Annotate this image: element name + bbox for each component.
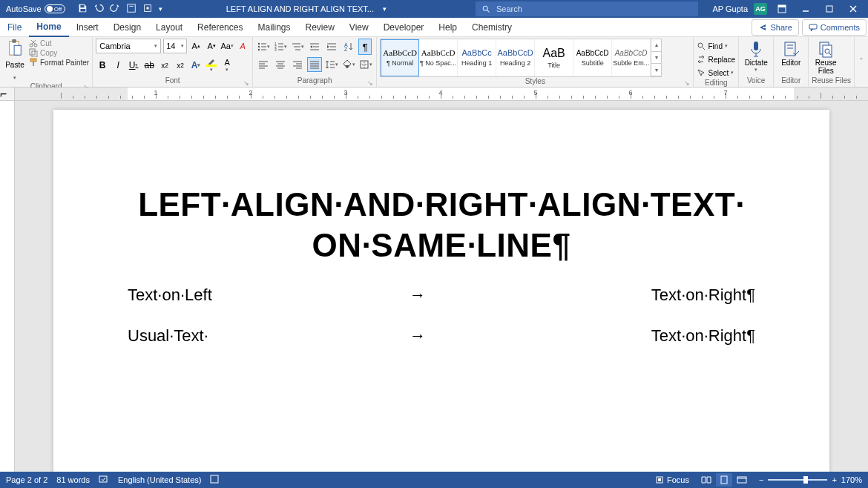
user-avatar[interactable]: AG [754,3,767,15]
show-hide-pilcrow-button[interactable]: ¶ [358,39,372,55]
align-right-button[interactable] [290,57,305,72]
paste-button[interactable]: Paste ▾ [3,39,27,82]
styles-gallery-more[interactable]: ▴▾▾ [651,39,661,76]
find-button[interactable]: Find▾ [697,40,727,52]
highlight-button[interactable]: ▾ [205,58,218,73]
cut-button[interactable]: Cut [29,39,89,47]
font-name-combo[interactable]: Cambria▾ [96,39,161,53]
multilevel-list-button[interactable]: ▾ [290,39,305,54]
document-scroll[interactable]: LEFT·ALIGN·AND·RIGHT·ALIGN·TEXT· ON·SAME… [15,101,868,478]
collapse-ribbon-button[interactable]: ˆ [855,37,868,87]
tab-file[interactable]: File [0,18,29,37]
format-painter-button[interactable]: Format Painter [29,58,89,67]
italic-button[interactable]: I [111,58,125,73]
styles-gallery[interactable]: AaBbCcD¶ NormalAaBbCcD¶ No Spac...AaBbCc… [380,39,662,77]
grow-font-button[interactable]: A▴ [189,39,203,53]
page[interactable]: LEFT·ALIGN·AND·RIGHT·ALIGN·TEXT· ON·SAME… [53,110,829,478]
read-mode-button[interactable] [698,473,714,487]
bold-button[interactable]: B [96,58,109,73]
paragraph-dialog-launcher[interactable]: ↘ [367,79,373,87]
redo-icon[interactable] [110,3,120,15]
style-item-subtle-em---[interactable]: AaBbCcDSubtle Em... [612,39,651,76]
horizontal-ruler[interactable]: ⌐ 1234567 [0,88,868,101]
style-item---normal[interactable]: AaBbCcD¶ Normal [381,39,419,76]
superscript-button[interactable]: x2 [174,58,187,73]
autosave-toggle[interactable]: AutoSave Off [6,4,65,13]
styles-dialog-launcher[interactable]: ↘ [684,79,690,87]
focus-mode-button[interactable]: Focus [655,475,689,484]
change-case-button[interactable]: Aa▾ [220,39,234,53]
line-spacing-button[interactable]: ▾ [324,57,339,72]
copy-button[interactable]: Copy [29,48,89,57]
qat-customize-icon[interactable]: ▾ [159,5,162,13]
vertical-ruler[interactable] [0,101,15,478]
align-center-button[interactable] [273,57,288,72]
minimize-icon[interactable] [797,0,815,18]
tab-mailings[interactable]: Mailings [250,18,297,37]
style-item-heading-1[interactable]: AaBbCcHeading 1 [458,39,496,76]
zoom-in-button[interactable]: + [832,475,836,484]
reuse-files-button[interactable]: Reuse Files [812,39,840,75]
word-count[interactable]: 81 words [56,475,90,484]
borders-button[interactable]: ▾ [358,57,373,72]
text-effects-button[interactable]: A▾ [189,58,203,73]
title-dropdown-icon[interactable]: ▾ [383,5,387,13]
tab-chemistry[interactable]: Chemistry [464,18,519,37]
clear-formatting-button[interactable]: A [236,39,249,53]
style-item-heading-2[interactable]: AaBbCcDHeading 2 [496,39,535,76]
underline-button[interactable]: U▾ [127,58,140,73]
dictate-button[interactable]: Dictate ▾ [742,39,770,73]
tab-help[interactable]: Help [431,18,464,37]
numbering-button[interactable]: 123▾ [273,39,288,54]
qat-icon-2[interactable] [142,3,153,15]
zoom-out-button[interactable]: − [759,475,763,484]
search-input[interactable] [496,4,692,13]
increase-indent-button[interactable] [324,39,339,54]
page-indicator[interactable]: Page 2 of 2 [6,475,47,484]
zoom-slider[interactable] [768,479,827,481]
ribbon-display-icon[interactable] [773,0,791,18]
comments-button[interactable]: Comments [802,19,867,36]
shading-button[interactable]: ▾ [341,57,356,72]
subscript-button[interactable]: x2 [158,58,171,73]
user-name[interactable]: AP Gupta [713,4,749,13]
web-layout-button[interactable] [734,473,750,487]
language-indicator[interactable]: English (United States) [118,475,202,484]
tab-layout[interactable]: Layout [148,18,190,37]
justify-button[interactable] [307,57,322,72]
tab-references[interactable]: References [190,18,250,37]
select-button[interactable]: Select▾ [697,67,734,79]
bullets-button[interactable]: ▾ [256,39,271,54]
editor-button[interactable]: Editor [777,39,805,67]
maximize-icon[interactable] [821,0,838,18]
style-item-title[interactable]: AaBTitle [535,39,573,76]
tab-selector[interactable]: ⌐ [0,88,14,101]
style-item-subtitle[interactable]: AaBbCcDSubtitle [573,39,612,76]
tab-review[interactable]: Review [297,18,341,37]
font-color-button[interactable]: A▾ [220,58,234,73]
spellcheck-icon[interactable] [99,475,109,485]
replace-button[interactable]: Replace [697,53,735,65]
search-box[interactable] [476,1,698,16]
qat-icon[interactable] [126,3,137,15]
print-layout-button[interactable] [716,473,732,487]
close-icon[interactable] [844,0,862,18]
tab-home[interactable]: Home [29,18,68,37]
accessibility-icon[interactable] [210,475,219,485]
tab-design[interactable]: Design [106,18,148,37]
sort-button[interactable]: AZ [341,39,356,54]
align-left-button[interactable] [256,57,271,72]
tab-insert[interactable]: Insert [69,18,106,37]
style-item---no-spac---[interactable]: AaBbCcD¶ No Spac... [419,39,458,76]
zoom-level[interactable]: 170% [841,475,862,484]
font-size-combo[interactable]: 14▾ [163,39,187,53]
strikethrough-button[interactable]: ab [142,58,156,73]
font-dialog-launcher[interactable]: ↘ [243,79,249,87]
shrink-font-button[interactable]: A▾ [205,39,218,53]
tab-view[interactable]: View [342,18,376,37]
decrease-indent-button[interactable] [307,39,322,54]
undo-icon[interactable] [93,3,104,15]
tab-developer[interactable]: Developer [376,18,432,37]
share-button[interactable]: Share [752,19,798,36]
save-icon[interactable] [77,3,88,15]
